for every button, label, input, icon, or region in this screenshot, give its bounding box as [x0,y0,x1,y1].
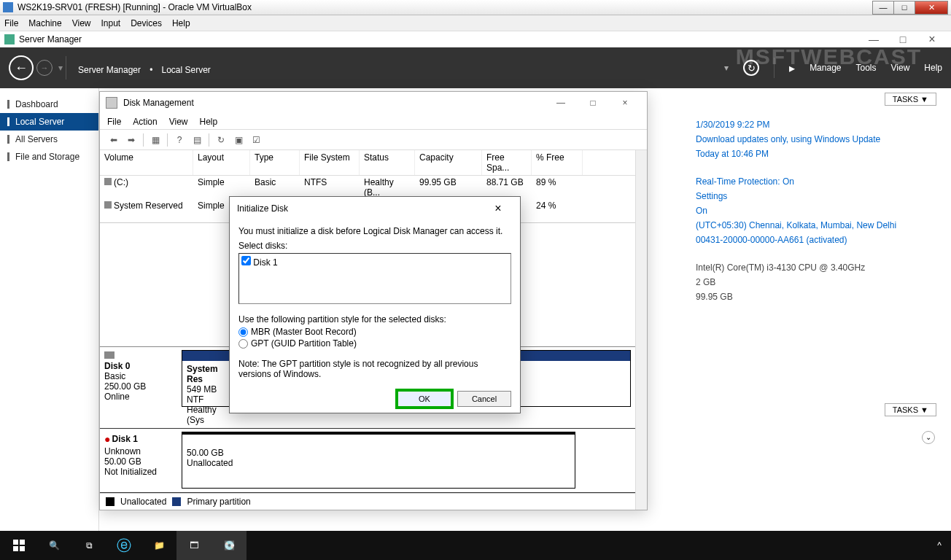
sm-maximize-button[interactable]: □ [888,34,917,45]
menu-help-sm[interactable]: Help [924,63,942,73]
menu-machine[interactable]: Machine [28,18,61,28]
breadcrumb-root[interactable]: Server Manager [78,65,141,75]
prop-link[interactable]: Settings [696,189,936,203]
col-free[interactable]: Free Spa... [482,150,532,175]
file-explorer-icon[interactable]: 📁 [141,531,176,560]
expand-icon[interactable]: ⌄ [922,431,935,444]
gpt-radio[interactable] [238,339,248,349]
dm-menu-help[interactable]: Help [200,117,218,127]
tasks-button-lower[interactable]: TASKS ▼ [885,403,936,416]
disk-mgmt-icon [106,97,117,109]
dialog-title: Initialize Disk [237,203,288,214]
sm-close-button[interactable]: × [917,33,947,46]
virtualbox-menubar: File Machine View Input Devices Help [0,15,951,31]
prop-text: Intel(R) Core(TM) i3-4130 CPU @ 3.40GHz [696,260,936,275]
dialog-close-button[interactable]: × [484,202,513,215]
dm-minimize-button[interactable]: — [545,98,577,108]
menu-input[interactable]: Input [101,18,121,28]
sm-minimize-button[interactable]: — [859,34,888,45]
gpt-radio-row[interactable]: GPT (GUID Partition Table) [238,338,511,349]
dropdown-icon[interactable]: ▾ [58,63,63,73]
tasks-button[interactable]: TASKS ▼ [885,93,936,106]
disk1-checkbox[interactable] [241,256,251,265]
prop-text: 99.95 GB [696,289,936,304]
check-icon[interactable]: ☑ [248,132,264,148]
legend-swatch-unallocated [106,497,114,506]
breadcrumb-current[interactable]: Local Server [162,65,211,75]
tool-icon[interactable]: ▣ [230,132,247,148]
sidebar: Dashboard Local Server All Servers File … [0,88,99,560]
mbr-radio[interactable] [238,327,248,337]
dm-menu-view[interactable]: View [169,117,188,127]
prop-link[interactable]: Download updates only, using Windows Upd… [696,132,936,147]
cancel-button[interactable]: Cancel [457,391,511,407]
disk-status: Not Initialized [104,467,174,477]
task-view-icon[interactable]: ⧉ [71,531,106,560]
refresh-tool-icon[interactable]: ↻ [213,132,229,148]
back-button[interactable]: ← [9,55,34,80]
partition-box[interactable]: 50.00 GB Unallocated [182,432,575,489]
forward-icon[interactable]: ➡ [123,132,139,148]
minimize-button[interactable]: — [872,1,894,15]
dm-menu-action[interactable]: Action [133,117,157,127]
maximize-button[interactable]: □ [893,1,915,15]
scrollbar[interactable] [635,150,647,510]
prop-link[interactable]: 1/30/2019 9:22 PM [696,117,936,132]
close-button[interactable]: ✕ [915,1,948,15]
server-manager-icon [4,34,15,44]
col-capacity[interactable]: Capacity [415,150,482,175]
server-manager-taskbar-icon[interactable]: 🗔 [176,531,211,560]
search-icon[interactable]: 🔍 [36,531,71,560]
start-button[interactable] [1,531,36,560]
col-filesystem[interactable]: File System [300,150,360,175]
disk-selection-list[interactable]: Disk 1 [238,253,511,304]
partition-box[interactable]: System Res 549 MB NTF Healthy (Sys [182,350,233,407]
help-icon[interactable]: ? [171,132,187,148]
dialog-titlebar[interactable]: Initialize Disk × [230,197,520,220]
col-layout[interactable]: Layout [193,150,250,175]
menu-file[interactable]: File [4,18,18,28]
prop-link[interactable]: Real-Time Protection: On [696,174,936,189]
prop-link[interactable]: On [696,203,936,218]
forward-button[interactable]: → [36,60,53,76]
disk-name: Disk 1 [112,434,137,444]
menu-view[interactable]: View [72,18,91,28]
server-manager-toolbar: ← → ▾ Server Manager • Local Server MSFT… [0,47,951,88]
col-volume[interactable]: Volume [100,150,193,175]
dm-menu-file[interactable]: File [107,117,121,127]
chevron-down-icon[interactable]: ▾ [724,63,729,73]
svg-rect-1 [20,540,25,545]
back-icon[interactable]: ⬅ [106,132,122,148]
prop-link[interactable]: 00431-20000-00000-AA661 (activated) [696,233,936,247]
sidebar-item-local-server[interactable]: Local Server [0,113,98,131]
sidebar-item-file-storage[interactable]: File and Storage [0,148,98,166]
ok-button[interactable]: OK [397,391,451,407]
volume-icon [104,178,112,185]
dm-titlebar[interactable]: Disk Management — □ × [100,92,647,114]
error-icon: ● [104,433,110,445]
ie-icon[interactable]: ⓔ [106,531,141,560]
sidebar-item-all-servers[interactable]: All Servers [0,131,98,148]
mbr-radio-row[interactable]: MBR (Master Boot Record) [238,327,511,337]
legend-primary: Primary partition [187,497,250,507]
disk-mgmt-taskbar-icon[interactable]: 💽 [211,531,247,560]
dm-close-button[interactable]: × [609,98,641,108]
list-icon[interactable]: ▤ [189,132,205,148]
disk-checkbox-row[interactable]: Disk 1 [241,256,508,268]
virtualbox-icon [3,2,13,12]
sidebar-item-dashboard[interactable]: Dashboard [0,96,98,113]
col-status[interactable]: Status [360,150,415,175]
properties-panel: 1/30/2019 9:22 PM Download updates only,… [696,117,936,317]
menu-devices[interactable]: Devices [131,18,162,28]
disk-row[interactable]: ●Disk 1 Unknown 50.00 GB Not Initialized… [100,429,635,493]
grid-icon[interactable]: ▦ [147,132,163,148]
disk-icon [104,351,114,359]
menu-help[interactable]: Help [172,18,190,28]
col-pctfree[interactable]: % Free [532,150,583,175]
col-type[interactable]: Type [250,150,300,175]
disk-size: 50.00 GB [104,456,174,467]
prop-link[interactable]: (UTC+05:30) Chennai, Kolkata, Mumbai, Ne… [696,218,936,233]
dm-maximize-button[interactable]: □ [577,98,609,108]
show-hidden-icon[interactable]: ^ [929,531,950,560]
prop-link[interactable]: Today at 10:46 PM [696,147,936,161]
